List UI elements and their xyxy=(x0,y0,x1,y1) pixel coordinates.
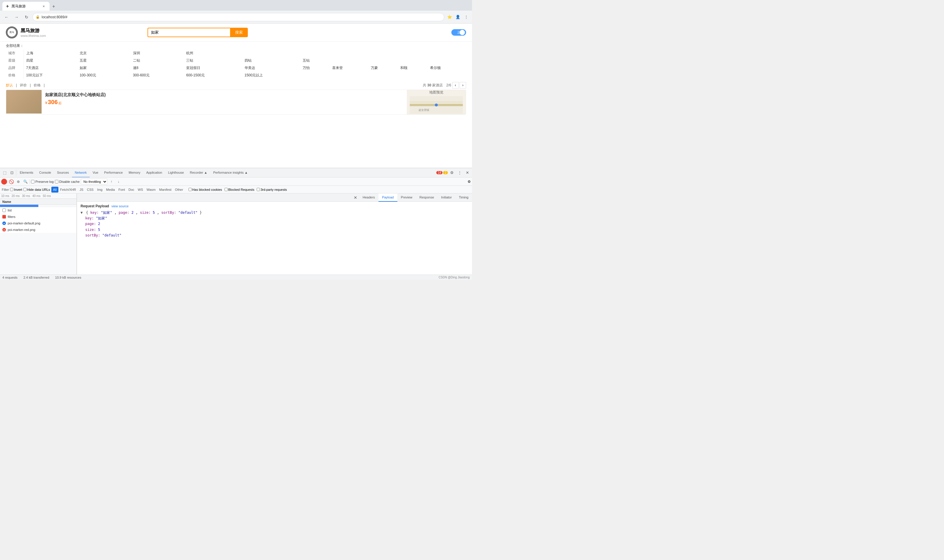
disable-cache-input[interactable] xyxy=(55,180,59,183)
filter-tab-manifest[interactable]: Manifest xyxy=(157,187,174,192)
filter-tab-font[interactable]: Font xyxy=(117,187,126,192)
file-item-poi-red[interactable]: ● poi-marker-red.png xyxy=(0,226,76,233)
devtools-more-icon[interactable]: ⋮ xyxy=(456,169,463,176)
hotel-card[interactable]: 如家酒店(北京顺义中心地铁站店) ¥ 306 起 地图预览 赵全营镇 xyxy=(6,90,466,115)
extensions-icon[interactable]: ⭐ xyxy=(446,14,453,21)
profile-icon[interactable]: 👤 xyxy=(454,14,461,21)
active-tab[interactable]: ✈ 黑马旅游 ✕ xyxy=(2,2,49,11)
filter-val-4diamond[interactable]: 四钻 xyxy=(242,57,300,64)
filter-val-7days[interactable]: 7天酒店 xyxy=(24,64,77,72)
filter-val-hangzhou[interactable]: 杭州 xyxy=(184,49,242,57)
file-checkbox-list[interactable] xyxy=(2,208,6,212)
panel-close-button[interactable]: ✕ xyxy=(352,194,359,202)
filter-button[interactable]: ⊛ xyxy=(15,179,21,185)
filter-val-rujia[interactable]: 如家 xyxy=(77,64,131,72)
search-input[interactable] xyxy=(148,28,230,37)
filter-val-600-1500[interactable]: 600-1500元 xyxy=(184,72,242,79)
devtools-settings-icon[interactable]: ⚙ xyxy=(448,169,456,176)
hide-data-checkbox[interactable]: Hide data URLs xyxy=(23,188,50,191)
network-settings-icon[interactable]: ⚙ xyxy=(468,180,471,184)
filter-tab-css[interactable]: CSS xyxy=(85,187,95,192)
new-tab-button[interactable]: + xyxy=(49,2,58,11)
invert-input[interactable] xyxy=(10,188,13,191)
filter-val-4star[interactable]: 四星 xyxy=(24,57,77,64)
hide-data-input[interactable] xyxy=(23,188,26,191)
filter-val-ramada[interactable]: 华美达 xyxy=(242,64,300,72)
prev-page-button[interactable]: ‹ xyxy=(452,82,459,88)
tab-vue[interactable]: Vue xyxy=(90,168,101,177)
refresh-button[interactable]: ↻ xyxy=(22,13,31,21)
filter-tab-js[interactable]: JS xyxy=(78,187,85,192)
filter-tab-other[interactable]: Other xyxy=(173,187,185,192)
tab-console[interactable]: Console xyxy=(36,168,54,177)
export-har-icon[interactable]: ↓ xyxy=(115,179,122,185)
tab-network[interactable]: Network xyxy=(72,168,90,177)
tab-sources[interactable]: Sources xyxy=(54,168,72,177)
blocked-cookies-input[interactable] xyxy=(188,188,192,191)
file-item-poi-default[interactable]: ● poi-marker-default.png xyxy=(0,220,76,226)
sort-price[interactable]: 价格 xyxy=(34,83,41,88)
mode-toggle[interactable]: 正式 xyxy=(451,29,466,36)
clear-button[interactable]: 🚫 xyxy=(8,179,14,185)
throttle-select[interactable]: No throttling Fast 3G Slow 3G xyxy=(81,179,107,185)
file-item-filters[interactable]: filters xyxy=(0,214,76,220)
panel-tab-response[interactable]: Response xyxy=(416,194,438,202)
tab-elements[interactable]: Elements xyxy=(17,168,36,177)
tab-performance[interactable]: Performance xyxy=(101,168,126,177)
third-party-input[interactable] xyxy=(257,188,260,191)
tab-lighthouse[interactable]: Lighthouse xyxy=(165,168,187,177)
back-button[interactable]: ← xyxy=(2,13,11,21)
filter-tab-doc[interactable]: Doc xyxy=(126,187,136,192)
close-tab-button[interactable]: ✕ xyxy=(41,4,46,9)
panel-tab-initiator[interactable]: Initiator xyxy=(437,194,455,202)
filter-val-wanhao[interactable]: 万豪 xyxy=(368,64,398,72)
menu-icon[interactable]: ⋮ xyxy=(462,14,470,21)
filter-val-beijing[interactable]: 北京 xyxy=(77,49,131,57)
search-button[interactable]: 搜索 xyxy=(230,28,248,37)
filter-tab-all[interactable]: All xyxy=(51,187,59,192)
filter-val-heyi[interactable]: 和颐 xyxy=(398,64,427,72)
blocked-requests-input[interactable] xyxy=(225,188,228,191)
filter-val-2diamond[interactable]: 二钻 xyxy=(131,57,184,64)
filter-val-under100[interactable]: 100元以下 xyxy=(24,72,77,79)
devtools-close-icon[interactable]: ✕ xyxy=(464,169,471,176)
filter-val-5diamond[interactable]: 五钻 xyxy=(300,57,330,64)
filter-val-crowne[interactable]: 皇冠假日 xyxy=(184,64,242,72)
panel-tab-preview[interactable]: Preview xyxy=(397,194,416,202)
filter-val-su8[interactable]: 速8 xyxy=(131,64,184,72)
filter-tab-media[interactable]: Media xyxy=(104,187,117,192)
search-button-network[interactable]: 🔍 xyxy=(22,179,28,185)
filter-val-5star[interactable]: 五星 xyxy=(77,57,131,64)
filter-tab-wasm[interactable]: Wasm xyxy=(145,187,157,192)
sort-default[interactable]: 默认 xyxy=(6,83,13,88)
tab-performance-insights[interactable]: Performance insights ▲ xyxy=(210,168,251,177)
filter-val-sheraton[interactable]: 喜来登 xyxy=(330,64,368,72)
import-har-icon[interactable]: ↑ xyxy=(109,179,114,185)
tab-memory[interactable]: Memory xyxy=(126,168,143,177)
panel-tab-headers[interactable]: Headers xyxy=(359,194,379,202)
blocked-requests-checkbox[interactable]: Blocked Requests xyxy=(225,188,254,191)
filter-val-3diamond[interactable]: 三钻 xyxy=(184,57,242,64)
next-page-button[interactable]: › xyxy=(460,82,466,88)
view-source-link[interactable]: view source xyxy=(111,205,129,208)
panel-tab-timing[interactable]: Timing xyxy=(455,194,472,202)
filter-tab-ws[interactable]: WS xyxy=(136,187,145,192)
forward-button[interactable]: → xyxy=(12,13,21,21)
filter-tab-fetch[interactable]: Fetch/XHR xyxy=(59,187,78,192)
inspect-element-icon[interactable]: ⬚ xyxy=(1,169,8,176)
device-toolbar-icon[interactable]: ⊡ xyxy=(8,169,15,176)
filter-val-300-600[interactable]: 300-600元 xyxy=(131,72,184,79)
blocked-cookies-checkbox[interactable]: Has blocked cookies xyxy=(188,188,222,191)
preserve-log-input[interactable] xyxy=(31,180,34,183)
address-bar[interactable]: 🔒 localhost:8089/# xyxy=(32,13,444,21)
payload-expand-icon[interactable]: ▼ xyxy=(80,211,83,215)
preserve-log-checkbox[interactable]: Preserve log xyxy=(31,180,54,183)
filter-val-over1500[interactable]: 1500元以上 xyxy=(242,72,300,79)
tab-recorder[interactable]: Recorder ▲ xyxy=(187,168,210,177)
filter-tab-img[interactable]: Img xyxy=(95,187,104,192)
disable-cache-checkbox[interactable]: Disable cache xyxy=(55,180,80,183)
filter-val-wanyi[interactable]: 万怡 xyxy=(300,64,330,72)
panel-tab-payload[interactable]: Payload xyxy=(379,194,397,202)
filter-val-hilton[interactable]: 希尔顿 xyxy=(428,64,467,72)
record-button[interactable] xyxy=(1,179,7,185)
